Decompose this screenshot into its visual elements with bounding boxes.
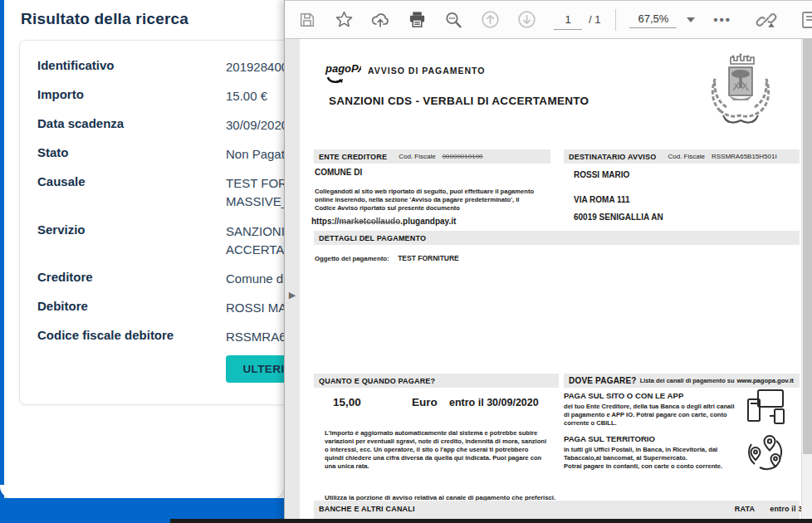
more-options-button[interactable]: •••	[713, 12, 731, 27]
payment-url-prefix: https://	[311, 217, 339, 226]
toolbar-divider	[615, 9, 616, 31]
payment-url-redacted: marketcollaudo	[339, 217, 400, 226]
dove-subtitle: Lista dei canali di pagamento su	[640, 377, 735, 384]
bottom-window-edge	[170, 519, 812, 523]
paga-sito-title: PAGA SUL SITO O CON LE APP	[564, 391, 683, 400]
pdf-scrollbar-thumb[interactable]	[803, 39, 812, 454]
save-icon	[298, 11, 316, 29]
pdf-viewer-window: / 1 67,5% •••	[284, 0, 812, 523]
page-title: Risultato della ricerca	[21, 10, 188, 28]
quanto-band: QUANTO E QUANDO PAGARE?	[314, 374, 559, 388]
amount-value: 15,00	[333, 396, 361, 408]
pdf-vertical-scrollbar[interactable]	[801, 39, 812, 523]
field-label-codice-fiscale-debitore: Codice fiscale debitore	[37, 328, 174, 342]
ente-cod-fiscale-value: 00000010100	[443, 153, 483, 160]
oggetto-row: Oggetto del pagamento: TEST FORNITURE	[315, 249, 459, 264]
destinatario-band: DESTINATARIO AVVISO Cod. Fiscale RSSMRA6…	[564, 149, 800, 164]
dettagli-title: DETTAGLI DEL PAGAMENTO	[319, 234, 426, 242]
ente-cod-fiscale-label: Cod. Fiscale	[399, 153, 435, 160]
dove-link: www.pagopa.gov.it	[736, 377, 793, 384]
page-up-icon	[480, 9, 501, 30]
destinatario-cod-fiscale-value: RSSMRA65B15H501I	[712, 153, 777, 160]
ente-name: COMUNE DI	[315, 168, 362, 177]
link-icon	[756, 9, 777, 31]
coat-of-arms-image	[703, 49, 778, 135]
content-bottom-edge	[0, 485, 284, 498]
chevron-down-icon	[687, 17, 695, 22]
destinatario-cod-fiscale-label: Cod. Fiscale	[668, 153, 704, 160]
destinatario-title: DESTINATARIO AVVISO	[569, 153, 656, 161]
paga-territorio-text1: in tutti gli Uffici Postali, in Banca, i…	[564, 446, 751, 462]
pagopa-logo-icon: pagoPA	[325, 59, 361, 90]
rata-label: RATA	[735, 505, 755, 513]
oggetto-value: TEST FORNITURE	[398, 254, 459, 262]
print-button[interactable]	[403, 6, 431, 34]
document-title: SANZIONI CDS - VERBALI DI ACCERTAMENTO	[329, 95, 589, 107]
page-total-label: / 1	[589, 13, 600, 26]
page-down-icon	[516, 9, 537, 30]
previous-page-button[interactable]	[476, 6, 504, 34]
pay-territory-pins-icon	[745, 431, 786, 476]
save-button[interactable]	[293, 6, 321, 34]
ente-creditore-band: ENTE CREDITORE Cod. Fiscale 00000010100	[314, 149, 550, 164]
amount-due-date: entro il 30/09/2020	[449, 397, 539, 408]
cloud-upload-icon	[370, 10, 390, 30]
next-page-button[interactable]	[512, 6, 541, 34]
dettagli-band: DETTAGLI DEL PAGAMENTO	[314, 231, 800, 245]
comment-panel-button[interactable]	[795, 6, 812, 34]
field-label-identificativo: Identificativo	[37, 58, 115, 72]
page-left-accent-stripe	[0, 0, 4, 498]
dove-title: DOVE PAGARE?	[569, 376, 637, 385]
field-label-causale: Causale	[37, 174, 86, 188]
payment-url-suffix: .plugandpay.it	[400, 217, 456, 226]
field-label-creditore: Creditore	[37, 270, 93, 284]
search-icon	[443, 10, 463, 30]
ente-creditore-title: ENTE CREDITORE	[319, 153, 387, 161]
ente-info-text: Collegandoti al sito web riportato di se…	[315, 188, 541, 213]
pay-online-devices-icon	[745, 388, 788, 433]
search-button[interactable]	[439, 6, 467, 34]
pdf-body: ▶ pagoPA AVVISO DI PAGAMENTO SANZIONI CD…	[285, 39, 812, 523]
paga-sito-text: del tuo Ente Creditore, della tua Banca …	[564, 403, 740, 428]
banche-title: BANCHE E ALTRI CANALI	[319, 505, 415, 513]
payment-url: https://marketcollaudo.plugandpay.it	[311, 217, 456, 226]
field-label-debitore: Debitore	[37, 299, 88, 313]
zoom-level-value: 67,5%	[629, 11, 677, 28]
oggetto-label: Oggetto del pagamento:	[315, 255, 389, 262]
field-label-importo: Importo	[37, 87, 84, 101]
pdf-toolbar: / 1 67,5% •••	[285, 0, 812, 39]
print-icon	[408, 10, 427, 29]
share-button[interactable]	[366, 6, 394, 34]
sidebar-collapsed-strip: ▶	[285, 39, 300, 523]
sidebar-expand-toggle[interactable]: ▶	[286, 288, 298, 301]
amount-currency: Euro	[412, 396, 438, 408]
avviso-di-pagamento-title: AVVISO DI PAGAMENTO	[368, 66, 486, 76]
dove-band: DOVE PAGARE? Lista dei canali di pagamen…	[564, 374, 800, 388]
destinatario-address1: VIA ROMA 111	[574, 195, 630, 204]
favorite-button[interactable]	[330, 6, 358, 34]
annotation-link-button[interactable]	[752, 6, 780, 34]
field-label-data-scadenza: Data scadenza	[37, 116, 124, 130]
paga-territorio-title: PAGA SUL TERRITORIO	[564, 434, 655, 443]
destinatario-address2: 60019 SENIGALLIA AN	[574, 213, 663, 222]
star-icon	[335, 10, 354, 29]
zoom-level-dropdown[interactable]: 67,5%	[629, 11, 695, 28]
amount-note: L'importo è aggiornato automaticamente d…	[325, 429, 547, 471]
page-number-input[interactable]	[554, 10, 582, 30]
svg-text:pagoPA: pagoPA	[325, 62, 361, 75]
paga-territorio-text2: Potrai pagare in contanti, con carte o c…	[564, 462, 751, 471]
pdf-page: pagoPA AVVISO DI PAGAMENTO SANZIONI CDS …	[300, 39, 802, 523]
document-panel-icon	[800, 10, 812, 30]
field-label-servizio: Servizio	[37, 222, 86, 237]
field-label-stato: Stato	[37, 145, 69, 159]
destinatario-name: ROSSI MARIO	[574, 170, 629, 179]
quanto-title: QUANTO E QUANDO PAGARE?	[319, 377, 435, 385]
